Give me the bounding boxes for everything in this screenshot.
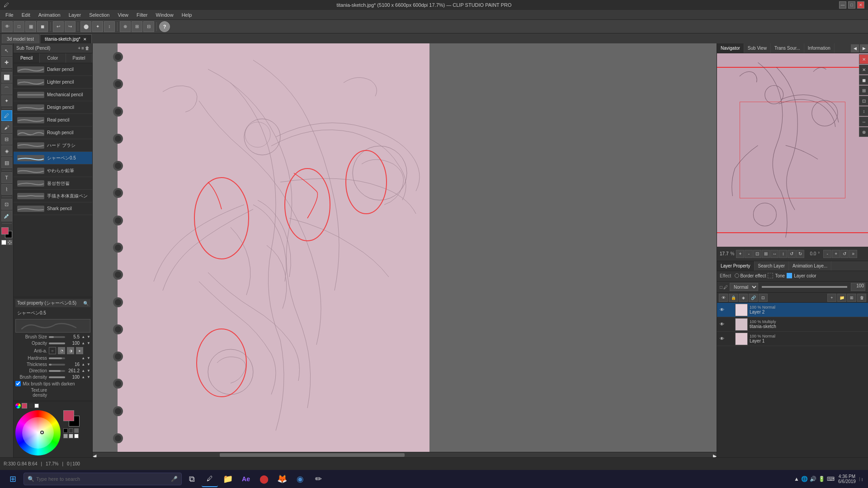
brush-size-down[interactable]: ▼ <box>87 335 90 339</box>
nav-ctrl-7[interactable]: ↔ <box>859 117 868 127</box>
aa-medium[interactable]: ◑ <box>67 347 74 354</box>
tab-close-btn[interactable]: ✕ <box>83 37 87 42</box>
opacity-slider[interactable] <box>49 343 65 344</box>
layer-link-btn[interactable]: 🔗 <box>749 294 758 302</box>
snap-btn-3[interactable]: ⊟ <box>143 21 154 32</box>
menu-filter[interactable]: Filter <box>133 11 151 19</box>
nav-expand-btn[interactable]: ▶ <box>860 44 868 52</box>
layer-lock-trans[interactable]: ◈ <box>739 294 748 302</box>
tray-arrow[interactable]: ▲ <box>794 476 799 482</box>
layer-clip-btn[interactable]: ⊡ <box>759 294 768 302</box>
black-swatch[interactable] <box>29 404 33 408</box>
tool-eye-btn[interactable]: 👁 <box>2 21 13 32</box>
nav-tab-info[interactable]: Information <box>804 43 835 53</box>
tool-gradient[interactable]: ▤ <box>1 157 12 168</box>
tray-battery[interactable]: 🔋 <box>818 476 825 482</box>
rotate-cw-btn[interactable]: ↻ <box>796 250 804 258</box>
redo-btn[interactable]: ↪ <box>65 21 75 32</box>
taskbar-app-circle2[interactable]: ◉ <box>292 471 308 487</box>
brush-list-item[interactable]: Lighter pencil <box>14 76 92 89</box>
border-effect-option[interactable]: Border effect <box>735 273 766 278</box>
flip-h-btn[interactable]: ↔ <box>770 250 778 258</box>
help-btn[interactable]: ? <box>159 21 170 32</box>
white-swatch[interactable] <box>1 240 6 245</box>
taskbar-search-box[interactable]: 🔍 Type here to search 🎤 <box>24 473 182 485</box>
aa-weak[interactable]: ◔ <box>58 347 65 354</box>
brush-list-item[interactable]: やわらか鉛筆 <box>14 164 92 177</box>
layer-merge-btn[interactable]: ⊞ <box>847 294 856 302</box>
mic-icon[interactable]: 🎤 <box>171 476 178 482</box>
nav-tab-navigator[interactable]: Navigator <box>717 43 744 53</box>
hand-tool-btn[interactable]: ✦ <box>92 21 103 32</box>
zoom-reset-btn[interactable]: ⊞ <box>762 250 770 258</box>
taskbar-app-csp[interactable]: 🖊 <box>202 471 218 487</box>
brush-size-slider[interactable] <box>49 336 65 338</box>
tool-prop-search-btn[interactable]: 🔍 <box>83 301 89 306</box>
taskbar-app-ae[interactable]: Ae <box>238 471 254 487</box>
taskbar-app-firefox[interactable]: 🦊 <box>274 471 290 487</box>
brush-density-slider[interactable] <box>49 376 65 378</box>
fg-bg-color-box[interactable] <box>63 410 80 427</box>
close-btn[interactable]: ✕ <box>857 1 864 9</box>
layer-add-folder[interactable]: 📁 <box>837 294 846 302</box>
sub-tool-menu-btn[interactable]: ≡ <box>81 46 84 51</box>
scroll-h-right[interactable]: ▶ <box>713 453 717 457</box>
tone-option[interactable]: Tone <box>775 273 785 278</box>
swatch-mid[interactable] <box>74 428 79 433</box>
brush-list-item[interactable]: Mechanical pencil <box>14 89 92 101</box>
layer-visibility-toggle[interactable]: 👁 <box>719 336 725 342</box>
layer-list-item[interactable]: 👁100 % NormalLayer 2 <box>717 303 868 317</box>
layer-color-option[interactable]: Layer color <box>794 273 816 278</box>
color-wheel-icon[interactable] <box>15 403 21 408</box>
swatch-black[interactable] <box>63 428 68 433</box>
layer-lock-btn[interactable]: 🔒 <box>729 294 738 302</box>
tool-grid-btn[interactable]: ▦ <box>25 21 36 32</box>
thickness-down[interactable]: ▼ <box>87 362 90 366</box>
minimize-btn[interactable]: — <box>839 1 846 9</box>
rotate-reset-btn[interactable]: ↺ <box>788 250 796 258</box>
menu-file[interactable]: File <box>2 11 17 19</box>
tool-lasso[interactable]: ⌒ <box>1 84 12 94</box>
nav-view-rect[interactable] <box>740 102 845 198</box>
direction-down[interactable]: ▼ <box>87 369 90 373</box>
layer-visibility-toggle[interactable]: 👁 <box>719 321 725 328</box>
swatch-lighter[interactable] <box>69 434 73 438</box>
nav-ctrl-5[interactable]: ⊡ <box>859 96 868 106</box>
navigator-preview[interactable] <box>717 53 868 247</box>
layer-list-item[interactable]: 👁100 % NormalLayer 1 <box>717 332 868 346</box>
menu-animation[interactable]: Animation <box>35 11 64 19</box>
nav-tab-subview[interactable]: Sub View <box>744 43 771 53</box>
tool-text[interactable]: T <box>1 172 12 183</box>
taskbar-app-circle[interactable]: ⬤ <box>256 471 272 487</box>
zoom-fit-btn[interactable]: ⊡ <box>753 250 761 258</box>
nav-ctrl-8[interactable]: ⊗ <box>859 127 868 137</box>
direction-slider[interactable] <box>49 370 65 372</box>
nav-ctrl-4[interactable]: ⊞ <box>859 85 868 95</box>
layer-visibility-toggle[interactable]: 👁 <box>719 307 725 313</box>
nav-ctrl-1[interactable]: ✕ <box>859 54 868 64</box>
brush-list-item[interactable]: 手描き本体直線ペン <box>14 190 92 202</box>
sub-tool-trash-btn[interactable]: 🗑 <box>85 46 90 51</box>
mix-brush-checkbox[interactable] <box>15 381 21 386</box>
rotate-btn[interactable]: ↕ <box>104 21 115 32</box>
tool-eyedropper[interactable]: 💉 <box>1 211 12 221</box>
start-button[interactable]: ⊞ <box>4 471 22 487</box>
color-wheel[interactable] <box>15 410 61 455</box>
tab-color[interactable]: Color <box>40 53 66 63</box>
sub-tool-add-btn[interactable]: + <box>78 46 80 51</box>
rot-reset2-btn[interactable]: ↺ <box>840 250 849 258</box>
layer-lock-icon[interactable] <box>727 336 733 342</box>
tool-rect-btn[interactable]: □ <box>14 21 24 32</box>
flip-v-btn[interactable]: ↕ <box>779 250 787 258</box>
canvas-area[interactable]: ◀ ▶ <box>93 43 717 457</box>
tool-brush[interactable]: 🖌 <box>1 122 12 133</box>
brush-list-item[interactable]: Darker pencil <box>14 63 92 76</box>
tool-move[interactable]: ✚ <box>1 57 12 68</box>
menu-window[interactable]: Window <box>152 11 177 19</box>
layer-delete-btn[interactable]: 🗑 <box>857 294 866 302</box>
layer-opacity-slider[interactable] <box>762 286 847 288</box>
scroll-h-thumb[interactable] <box>220 453 405 457</box>
brush-density-up[interactable]: ▲ <box>81 375 85 379</box>
undo-btn[interactable]: ↩ <box>53 21 64 32</box>
fg-bg-color-display[interactable] <box>1 227 12 238</box>
